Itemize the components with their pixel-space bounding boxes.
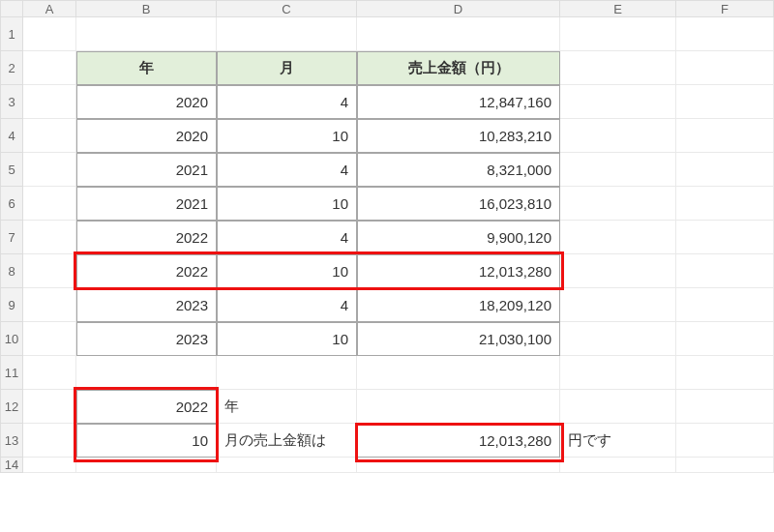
cell-A10[interactable] — [23, 322, 76, 356]
cell-A3[interactable] — [23, 85, 76, 119]
row-header-7[interactable]: 7 — [0, 221, 23, 254]
cell-C3[interactable]: 4 — [217, 85, 357, 119]
table-header-amount[interactable]: 売上金額（円） — [357, 51, 560, 85]
cell-B10[interactable]: 2023 — [76, 322, 217, 356]
cell-F14[interactable] — [676, 458, 774, 473]
cell-F6[interactable] — [676, 187, 774, 221]
cell-A6[interactable] — [23, 187, 76, 221]
table-header-year[interactable]: 年 — [76, 51, 217, 85]
cell-A9[interactable] — [23, 288, 76, 322]
col-header-E[interactable]: E — [560, 0, 676, 17]
cell-F10[interactable] — [676, 322, 774, 356]
row-header-8[interactable]: 8 — [0, 254, 23, 288]
cell-B7[interactable]: 2022 — [76, 221, 217, 254]
cell-C10[interactable]: 10 — [217, 322, 357, 356]
cell-F5[interactable] — [676, 153, 774, 187]
cell-E7[interactable] — [560, 221, 676, 254]
table-header-month[interactable]: 月 — [217, 51, 357, 85]
cell-A5[interactable] — [23, 153, 76, 187]
cell-D1[interactable] — [357, 17, 560, 51]
cell-D8[interactable]: 12,013,280 — [357, 254, 560, 288]
cell-D3[interactable]: 12,847,160 — [357, 85, 560, 119]
cell-F7[interactable] — [676, 221, 774, 254]
cell-E4[interactable] — [560, 119, 676, 153]
row-header-9[interactable]: 9 — [0, 288, 23, 322]
select-all-corner[interactable] — [0, 0, 23, 17]
cell-B4[interactable]: 2020 — [76, 119, 217, 153]
row-header-10[interactable]: 10 — [0, 322, 23, 356]
cell-E10[interactable] — [560, 322, 676, 356]
cell-D12[interactable] — [357, 390, 560, 424]
cell-D11[interactable] — [357, 356, 560, 390]
cell-B9[interactable]: 2023 — [76, 288, 217, 322]
cell-B5[interactable]: 2021 — [76, 153, 217, 187]
cell-A8[interactable] — [23, 254, 76, 288]
cell-A14[interactable] — [23, 458, 76, 473]
cell-C7[interactable]: 4 — [217, 221, 357, 254]
row-header-13[interactable]: 13 — [0, 424, 23, 458]
cell-A12[interactable] — [23, 390, 76, 424]
row-header-12[interactable]: 12 — [0, 390, 23, 424]
cell-C5[interactable]: 4 — [217, 153, 357, 187]
cell-B3[interactable]: 2020 — [76, 85, 217, 119]
cell-A11[interactable] — [23, 356, 76, 390]
cell-F12[interactable] — [676, 390, 774, 424]
cell-A1[interactable] — [23, 17, 76, 51]
cell-D14[interactable] — [357, 458, 560, 473]
row-header-4[interactable]: 4 — [0, 119, 23, 153]
cell-F3[interactable] — [676, 85, 774, 119]
cell-B1[interactable] — [76, 17, 217, 51]
col-header-C[interactable]: C — [217, 0, 357, 17]
cell-F9[interactable] — [676, 288, 774, 322]
cell-D5[interactable]: 8,321,000 — [357, 153, 560, 187]
cell-C4[interactable]: 10 — [217, 119, 357, 153]
col-header-A[interactable]: A — [23, 0, 76, 17]
row-header-2[interactable]: 2 — [0, 51, 23, 85]
row-header-14[interactable]: 14 — [0, 458, 23, 473]
cell-E2[interactable] — [560, 51, 676, 85]
cell-E3[interactable] — [560, 85, 676, 119]
cell-D4[interactable]: 10,283,210 — [357, 119, 560, 153]
cell-F11[interactable] — [676, 356, 774, 390]
cell-A13[interactable] — [23, 424, 76, 458]
cell-C14[interactable] — [217, 458, 357, 473]
cell-F4[interactable] — [676, 119, 774, 153]
cell-D10[interactable]: 21,030,100 — [357, 322, 560, 356]
cell-A4[interactable] — [23, 119, 76, 153]
cell-C1[interactable] — [217, 17, 357, 51]
cell-C8[interactable]: 10 — [217, 254, 357, 288]
cell-E1[interactable] — [560, 17, 676, 51]
cell-B11[interactable] — [76, 356, 217, 390]
lookup-month-suffix[interactable]: 月の売上金額は — [217, 424, 357, 458]
lookup-month-cell[interactable]: 10 — [76, 424, 217, 458]
lookup-result-cell[interactable]: 12,013,280 — [357, 424, 560, 458]
cell-E6[interactable] — [560, 187, 676, 221]
col-header-F[interactable]: F — [676, 0, 774, 17]
cell-A2[interactable] — [23, 51, 76, 85]
cell-E5[interactable] — [560, 153, 676, 187]
cell-C11[interactable] — [217, 356, 357, 390]
cell-E9[interactable] — [560, 288, 676, 322]
cell-F2[interactable] — [676, 51, 774, 85]
grid[interactable]: A B C D E F 1 2 年 月 売上金額（円） 3 2020 4 12,… — [0, 0, 774, 473]
row-header-5[interactable]: 5 — [0, 153, 23, 187]
cell-B8[interactable]: 2022 — [76, 254, 217, 288]
cell-F8[interactable] — [676, 254, 774, 288]
row-header-6[interactable]: 6 — [0, 187, 23, 221]
row-header-11[interactable]: 11 — [0, 356, 23, 390]
col-header-D[interactable]: D — [357, 0, 560, 17]
cell-A7[interactable] — [23, 221, 76, 254]
cell-E12[interactable] — [560, 390, 676, 424]
cell-D7[interactable]: 9,900,120 — [357, 221, 560, 254]
cell-B6[interactable]: 2021 — [76, 187, 217, 221]
col-header-B[interactable]: B — [76, 0, 217, 17]
cell-D6[interactable]: 16,023,810 — [357, 187, 560, 221]
lookup-year-cell[interactable]: 2022 — [76, 390, 217, 424]
cell-C9[interactable]: 4 — [217, 288, 357, 322]
cell-E14[interactable] — [560, 458, 676, 473]
row-header-1[interactable]: 1 — [0, 17, 23, 51]
cell-B14[interactable] — [76, 458, 217, 473]
spreadsheet[interactable]: A B C D E F 1 2 年 月 売上金額（円） 3 2020 4 12,… — [0, 0, 774, 532]
cell-C6[interactable]: 10 — [217, 187, 357, 221]
cell-F1[interactable] — [676, 17, 774, 51]
